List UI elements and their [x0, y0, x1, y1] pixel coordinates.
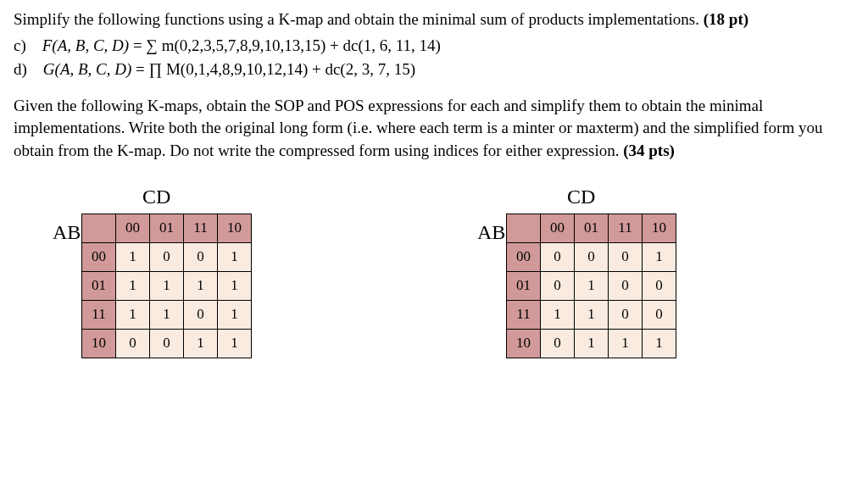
- kmap1-row-01: 01: [82, 271, 116, 300]
- equation-d: d) G(A, B, C, D) = ∏ M(0,1,4,8,9,10,12,1…: [14, 58, 854, 81]
- eq-d-body: = ∏ M(0,1,4,8,9,10,12,14) + dc(2, 3, 7, …: [136, 60, 415, 78]
- kmap1-col-11: 11: [184, 214, 218, 242]
- kmap2-ab-label: AB: [477, 219, 505, 247]
- kmap2-row-00: 00: [507, 242, 541, 271]
- kmap2-col-00: 00: [541, 214, 575, 242]
- kmap1-cell: 1: [184, 271, 218, 300]
- eq-d-func: G(A, B, C, D): [43, 60, 131, 78]
- kmap2-cell: 1: [575, 329, 609, 358]
- problem2-text: Given the following K-maps, obtain the S…: [14, 95, 854, 163]
- kmap2-cell: 1: [643, 329, 676, 358]
- kmap1-cell: 1: [116, 300, 150, 329]
- kmap2-cell: 0: [541, 271, 575, 300]
- kmap2-col-11: 11: [609, 214, 643, 242]
- kmap-1: CD AB 00 01 11 10 00 1 0 0 1 01 1 1 1: [81, 214, 252, 358]
- kmap2-cd-label: CD: [567, 183, 595, 212]
- eq-c-func: F(A, B, C, D): [42, 36, 129, 54]
- kmap1-cell: 0: [116, 329, 150, 358]
- kmap2-cell: 1: [643, 242, 676, 271]
- kmap2-cell: 1: [609, 329, 643, 358]
- kmap1-col-10: 10: [218, 214, 252, 242]
- kmap1-cell: 1: [116, 242, 150, 271]
- kmap1-cell: 1: [184, 329, 218, 358]
- kmap2-cell: 1: [541, 300, 575, 329]
- kmap2-cell: 1: [575, 271, 609, 300]
- kmap-2: CD AB 00 01 11 10 00 0 0 0 1 01 0 1 0: [506, 214, 676, 358]
- eq-d-letter: d): [14, 60, 27, 78]
- kmap1-ab-label: AB: [53, 219, 81, 247]
- problem1-points: (18 pt): [704, 10, 748, 28]
- kmap2-cell: 0: [643, 271, 676, 300]
- kmap2-col-10: 10: [643, 214, 676, 242]
- equation-c: c) F(A, B, C, D) = ∑ m(0,2,3,5,7,8,9,10,…: [14, 35, 854, 58]
- kmap1-cd-label: CD: [142, 183, 170, 212]
- kmap1-col-01: 01: [150, 214, 184, 242]
- kmap1-cell: 1: [218, 242, 252, 271]
- kmap2-cell: 0: [609, 242, 643, 271]
- kmap1-cell: 0: [150, 329, 184, 358]
- kmap1-cell: 1: [218, 300, 252, 329]
- kmap2-cell: 0: [609, 300, 643, 329]
- kmap2-cell: 0: [541, 242, 575, 271]
- kmap1-cell: 1: [218, 271, 252, 300]
- problem1-intro-text: Simplify the following functions using a…: [14, 10, 699, 28]
- kmap1-cell: 0: [184, 300, 218, 329]
- kmap2-cell: 0: [609, 271, 643, 300]
- kmap1-col-00: 00: [116, 214, 150, 242]
- kmap2-cell: 0: [541, 329, 575, 358]
- equations-block: c) F(A, B, C, D) = ∑ m(0,2,3,5,7,8,9,10,…: [14, 35, 854, 81]
- kmap1-row-00: 00: [82, 242, 116, 271]
- kmap2-row-10: 10: [507, 329, 541, 358]
- kmap1-corner: [82, 214, 116, 242]
- kmap2-cell: 1: [575, 300, 609, 329]
- kmap1-row-11: 11: [82, 300, 116, 329]
- kmaps-container: CD AB 00 01 11 10 00 1 0 0 1 01 1 1 1: [14, 214, 854, 358]
- kmap2-corner: [507, 214, 541, 242]
- kmap1-cell: 0: [184, 242, 218, 271]
- kmap1-table: 00 01 11 10 00 1 0 0 1 01 1 1 1 1 11 1: [81, 214, 252, 358]
- kmap1-cell: 1: [150, 300, 184, 329]
- problem2-body: Given the following K-maps, obtain the S…: [14, 97, 822, 159]
- kmap2-cell: 0: [643, 300, 676, 329]
- problem1-intro: Simplify the following functions using a…: [14, 8, 854, 31]
- kmap1-cell: 1: [150, 271, 184, 300]
- kmap2-row-11: 11: [507, 300, 541, 329]
- problem2-points: (34 pts): [623, 141, 675, 159]
- kmap1-cell: 1: [218, 329, 252, 358]
- kmap2-cell: 0: [575, 242, 609, 271]
- kmap2-row-01: 01: [507, 271, 541, 300]
- eq-c-letter: c): [14, 36, 26, 54]
- kmap2-col-01: 01: [575, 214, 609, 242]
- kmap2-table: 00 01 11 10 00 0 0 0 1 01 0 1 0 0 11 1: [506, 214, 676, 358]
- kmap1-row-10: 10: [82, 329, 116, 358]
- eq-c-body: = ∑ m(0,2,3,5,7,8,9,10,13,15) + dc(1, 6,…: [133, 36, 441, 54]
- kmap1-cell: 1: [116, 271, 150, 300]
- kmap1-cell: 0: [150, 242, 184, 271]
